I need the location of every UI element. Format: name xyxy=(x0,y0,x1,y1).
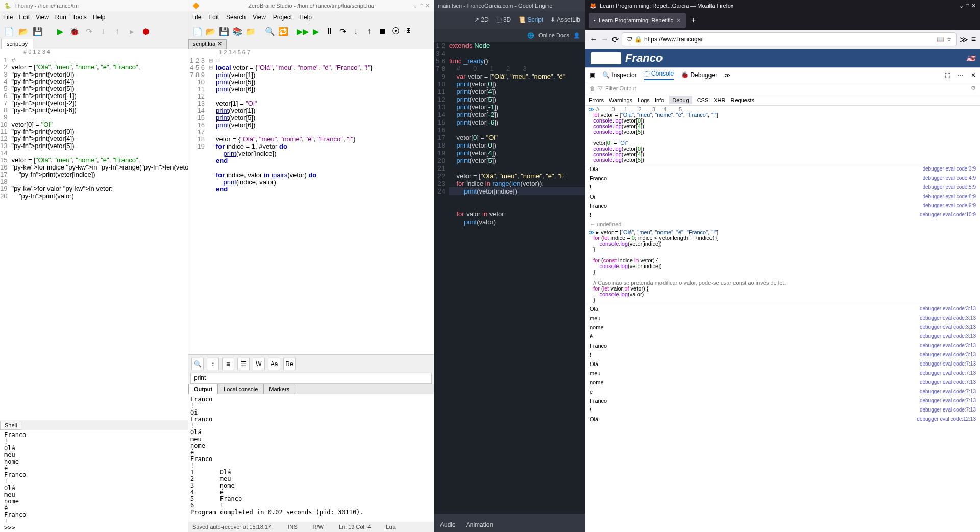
menu-file[interactable]: File xyxy=(3,14,13,21)
godot-audio-tab[interactable]: Audio xyxy=(440,521,456,528)
step-into-icon[interactable]: ↓ xyxy=(97,25,109,37)
zb-new-icon[interactable]: 📄 xyxy=(191,25,204,37)
logf-req[interactable]: Requests xyxy=(731,97,754,103)
firefox-newtab-button[interactable]: + xyxy=(686,16,701,25)
zb-stepout-icon[interactable]: ↑ xyxy=(363,25,375,37)
zb-menu-file[interactable]: File xyxy=(191,14,201,21)
godot-docs-link[interactable]: Online Docs xyxy=(538,32,569,38)
godot-editor[interactable]: 1 2 3 4 5 6 7 8 9 10 11 12 13 14 15 16 1… xyxy=(434,42,585,514)
zb-fold-column[interactable]: ⊟ ⊟ xyxy=(209,57,216,193)
thonny-shell-tab[interactable]: Shell xyxy=(0,421,21,430)
zb-search-aa[interactable]: Aa xyxy=(268,358,280,370)
back-icon[interactable]: ← xyxy=(590,35,598,44)
logf-warnings[interactable]: Warnings xyxy=(609,97,632,103)
funnel-icon[interactable]: ▽ xyxy=(598,85,602,91)
run-icon[interactable]: ▶ xyxy=(54,25,66,37)
zb-breakpoint-icon[interactable]: ⦿ xyxy=(389,25,402,37)
filter-input[interactable]: Filter Output xyxy=(605,85,968,91)
firefox-window-controls[interactable]: ⌄ ⌃ ✕ xyxy=(959,3,976,9)
zb-debug-start-icon[interactable]: ▶ xyxy=(310,25,322,37)
zb-window-controls[interactable]: ⌄ ⌃ ✕ xyxy=(413,3,430,9)
dt-tab-more[interactable]: ≫ xyxy=(724,71,731,79)
zb-file-tab[interactable]: script.lua✕ xyxy=(188,39,227,49)
reload-icon[interactable]: ⟳ xyxy=(612,35,619,44)
zb-menu-view[interactable]: View xyxy=(253,14,266,21)
debug-icon[interactable]: 🐞 xyxy=(68,25,81,37)
zb-stop-icon[interactable]: ⏹ xyxy=(376,25,388,37)
dt-close-icon[interactable]: ✕ xyxy=(971,71,976,79)
zb-search-input[interactable]: print xyxy=(190,373,432,384)
menu-run[interactable]: Run xyxy=(55,14,66,21)
menu-help[interactable]: Help xyxy=(93,14,106,21)
zb-code[interactable]: -- local vetor = {"Olá", "meu", "nome", … xyxy=(216,57,434,193)
hamburger-icon[interactable]: ≡ xyxy=(971,35,976,44)
thonny-menubar[interactable]: File Edit View Run Tools Help xyxy=(0,11,188,23)
reader-icon[interactable]: 📖 xyxy=(937,36,944,43)
resume-icon[interactable]: ▸ xyxy=(126,25,138,37)
logf-css[interactable]: CSS xyxy=(697,97,709,103)
trash-icon[interactable]: 🗑 xyxy=(590,85,595,91)
dt-tab-inspector[interactable]: 🔍 Inspector xyxy=(602,71,637,79)
zb-tab-output[interactable]: Output xyxy=(188,384,218,394)
close-icon[interactable]: ✕ xyxy=(676,17,681,24)
logf-debug[interactable]: Debug xyxy=(669,96,692,104)
thonny-code[interactable]: # vetor = ["Olá", "meu", "nome", "é", "F… xyxy=(11,57,188,200)
gear-icon[interactable]: ⚙ xyxy=(971,85,976,91)
devtools-console-output[interactable]: ≫ // 0 1 2 3 4 5 let vetor = ["Olá", "me… xyxy=(585,106,980,532)
zb-menu-project[interactable]: Project xyxy=(273,14,292,21)
step-out-icon[interactable]: ↑ xyxy=(111,25,124,37)
flag-icon[interactable]: 🇺🇸 xyxy=(966,54,975,62)
zb-search-up-icon[interactable]: ↕ xyxy=(207,358,219,370)
zb-replace-icon[interactable]: 🔁 xyxy=(277,25,289,37)
zb-search-re[interactable]: Re xyxy=(283,358,296,370)
zb-menu-edit[interactable]: Edit xyxy=(208,14,219,21)
zb-output[interactable]: Franco ! Oi Franco ! Olá meu nome é Fran… xyxy=(188,394,434,522)
logf-xhr[interactable]: XHR xyxy=(714,97,725,103)
zb-break-icon[interactable]: ⏸ xyxy=(323,25,335,37)
menu-tools[interactable]: Tools xyxy=(72,14,87,21)
bookmark-icon[interactable]: ☆ xyxy=(946,36,952,43)
zb-open-icon[interactable]: 📂 xyxy=(205,25,217,37)
zb-menu-help[interactable]: Help xyxy=(299,14,312,21)
dt-dock-icon[interactable]: ⬚ xyxy=(945,71,950,79)
godot-2d-button[interactable]: ↗ 2D xyxy=(474,16,489,23)
godot-script-button[interactable]: 📜 Script xyxy=(518,16,543,23)
menu-edit[interactable]: Edit xyxy=(19,14,30,21)
step-over-icon[interactable]: ↷ xyxy=(83,25,95,37)
picker-icon[interactable]: ▣ xyxy=(590,71,595,79)
dt-tab-debugger[interactable]: 🐞 Debugger xyxy=(681,71,717,79)
godot-animation-tab[interactable]: Animation xyxy=(466,521,493,528)
menu-view[interactable]: View xyxy=(36,14,49,21)
zb-search-w[interactable]: W xyxy=(253,358,265,370)
zb-menu-search[interactable]: Search xyxy=(226,14,246,21)
open-file-icon[interactable]: 📂 xyxy=(17,25,30,37)
godot-3d-button[interactable]: ⬚ 3D xyxy=(496,16,511,23)
zb-find-icon[interactable]: 🔍 xyxy=(264,25,276,37)
stop-icon[interactable]: ⬢ xyxy=(140,25,152,37)
dt-options-icon[interactable]: ⋯ xyxy=(958,71,964,79)
overflow-icon[interactable]: ≫ xyxy=(960,35,968,44)
zb-projdir-icon[interactable]: 📁 xyxy=(244,25,257,37)
godot-code[interactable]: extends Node func _ready(): # 0 1 2 3 va… xyxy=(449,42,585,226)
zb-stepover-icon[interactable]: ↷ xyxy=(336,25,349,37)
forward-icon[interactable]: → xyxy=(601,35,609,44)
zb-search-list-icon[interactable]: ≡ xyxy=(222,358,234,370)
godot-help-icon[interactable]: 👤 xyxy=(573,32,580,39)
zb-output-tabs[interactable]: Output Local console Markers xyxy=(188,384,434,394)
godot-assetlib-button[interactable]: ⬇ AssetLib xyxy=(550,16,580,23)
zb-editor[interactable]: 1 2 3 4 5 6 7 1 2 3 4 5 6 7 8 9 10 11 12… xyxy=(188,49,434,355)
logf-info[interactable]: Info xyxy=(655,97,664,103)
zb-tab-console[interactable]: Local console xyxy=(218,384,263,394)
zb-stepin-icon[interactable]: ↓ xyxy=(350,25,362,37)
zb-saveall-icon[interactable]: 📚 xyxy=(231,25,243,37)
zb-menubar[interactable]: File Edit Search View Project Help xyxy=(188,11,434,23)
thonny-shell[interactable]: Franco ! Olá meu nome é Franco ! Olá meu… xyxy=(0,430,188,532)
zb-watch-icon[interactable]: 👁 xyxy=(403,25,415,37)
zb-search-icon[interactable]: 🔍 xyxy=(191,358,204,370)
zb-save-icon[interactable]: 💾 xyxy=(218,25,230,37)
firefox-tab-active[interactable]: ▪ Learn Programming: Repetitic ✕ xyxy=(589,13,686,28)
save-icon[interactable]: 💾 xyxy=(32,25,44,37)
thonny-editor[interactable]: # 0 1 2 3 4 1 2 3 4 5 6 7 8 9 10 11 12 1… xyxy=(0,49,188,420)
zb-search-opt-icon[interactable]: ☰ xyxy=(237,358,250,370)
dt-tab-console[interactable]: ⬚ Console xyxy=(644,70,674,80)
